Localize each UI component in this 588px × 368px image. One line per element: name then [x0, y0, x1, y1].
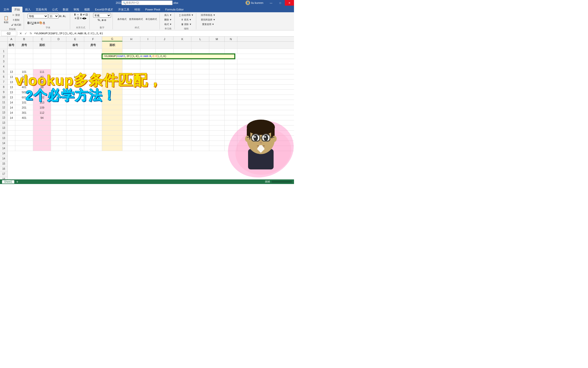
cell-14c-H[interactable] — [122, 110, 140, 115]
font-shrink-button[interactable]: A↓ — [63, 15, 66, 18]
cell-3-F[interactable] — [84, 59, 102, 64]
cell-13b-C[interactable]: 82 — [33, 74, 51, 79]
cell-13f-J[interactable] — [156, 95, 174, 100]
cell-1-D[interactable] — [51, 49, 66, 54]
col-header-J[interactable]: J — [156, 37, 174, 41]
cell-3-A[interactable] — [8, 59, 15, 64]
cell-13c-A[interactable]: 13 — [8, 79, 15, 84]
cell-2-D[interactable] — [51, 54, 66, 59]
cell-header-C[interactable]: 面积 — [33, 42, 51, 49]
cell-14c-J[interactable] — [156, 110, 174, 115]
cell-14c-A[interactable]: 14 — [8, 110, 15, 115]
col-header-L[interactable]: L — [191, 37, 209, 41]
cell-14c-M[interactable] — [209, 110, 225, 115]
cut-button[interactable]: ✂ 剪切 — [10, 13, 22, 17]
cell-14b-M[interactable] — [209, 105, 225, 110]
increase-decimal-button[interactable]: ⊕ — [102, 19, 104, 21]
cell-2-G[interactable]: =VLOOKUP(E2&F2,IF({1,0},A:A&B:B,C:C),2,0… — [102, 54, 235, 59]
cell-14b-K[interactable] — [174, 105, 191, 110]
tab-power-pivot[interactable]: Power Pivot — [143, 7, 163, 12]
close-button[interactable]: ✕ — [285, 0, 294, 6]
cell-3-G[interactable] — [102, 59, 122, 64]
cell-13e-E[interactable] — [66, 90, 84, 95]
cell-14d-I[interactable] — [140, 115, 156, 120]
cell-header-M[interactable] — [209, 42, 225, 49]
cell-14c-E[interactable] — [66, 110, 84, 115]
cell-13b-A[interactable]: 13 — [8, 74, 15, 79]
cell-13e-A[interactable]: 13 — [8, 90, 15, 95]
cell-4-L[interactable] — [191, 64, 209, 69]
align-bottom-button[interactable]: ⬇ — [80, 13, 82, 16]
cell-13f-K[interactable] — [174, 95, 191, 100]
find-button[interactable]: 查找和选择 ▼ — [200, 18, 216, 22]
cell-1-A[interactable] — [8, 49, 15, 54]
cell-13a-G[interactable] — [102, 69, 122, 74]
cell-14b-D[interactable] — [51, 105, 66, 110]
cell-1-N[interactable] — [225, 49, 237, 54]
cell-4-J[interactable] — [156, 64, 174, 69]
tab-home[interactable]: 开始 — [12, 7, 22, 12]
cell-13e-I[interactable] — [140, 90, 156, 95]
col-header-E[interactable]: E — [66, 37, 84, 41]
cancel-formula-icon[interactable]: ✕ — [19, 32, 23, 35]
cell-13b-D[interactable] — [51, 74, 66, 79]
confirm-formula-icon[interactable]: ✓ — [24, 32, 28, 35]
cell-14a-D[interactable] — [51, 100, 66, 105]
cell-14c-F[interactable] — [84, 110, 102, 115]
number-format-select[interactable]: 常规 — [93, 13, 111, 18]
cell-13a-I[interactable] — [140, 69, 156, 74]
cell-1-J[interactable] — [156, 49, 174, 54]
cell-13f-I[interactable] — [140, 95, 156, 100]
cell-4-M[interactable] — [209, 64, 225, 69]
cell-13e-N[interactable] — [225, 90, 237, 95]
font-color-button[interactable]: A — [43, 21, 45, 25]
cell-13f-A[interactable]: 13 — [8, 95, 15, 100]
cell-13b-M[interactable] — [209, 74, 225, 79]
cell-13f-C[interactable]: 102 — [33, 95, 51, 100]
align-left-button[interactable]: ≡ — [75, 17, 76, 20]
tab-page-layout[interactable]: 页面布局 — [33, 7, 50, 12]
border-button[interactable]: ⊞ — [34, 21, 36, 25]
sort-filter-button[interactable]: 排序和筛选 ▼ — [200, 13, 216, 17]
cell-13e-K[interactable] — [174, 90, 191, 95]
fill-button[interactable]: ⬇ 填充 ▼ — [180, 18, 192, 22]
cell-13f-M[interactable] — [209, 95, 225, 100]
cell-13c-N[interactable] — [225, 79, 237, 84]
cell-13d-H[interactable] — [122, 85, 140, 89]
cell-14b-I[interactable] — [140, 105, 156, 110]
cell-13c-L[interactable] — [191, 79, 209, 84]
cell-4-E[interactable] — [66, 64, 84, 69]
cell-13d-N[interactable] — [225, 85, 237, 89]
align-top-button[interactable]: ⬆ — [74, 13, 76, 16]
cell-4-I[interactable] — [140, 64, 156, 69]
maximize-button[interactable]: □ — [276, 0, 285, 6]
cell-14b-L[interactable] — [191, 105, 209, 110]
cell-13d-E[interactable] — [66, 85, 84, 89]
cell-4-D[interactable] — [51, 64, 66, 69]
cell-13b-E[interactable]: 14 — [66, 74, 84, 79]
tab-data[interactable]: 数据 — [60, 7, 71, 12]
cell-header-K[interactable] — [174, 42, 191, 49]
copy-button[interactable]: ⎘ 复制 — [10, 18, 22, 22]
cell-1-C[interactable] — [33, 49, 51, 54]
cell-14c-K[interactable] — [174, 110, 191, 115]
cell-4-K[interactable] — [174, 64, 191, 69]
align-right-button[interactable]: ≡ — [80, 17, 81, 20]
cell-13f-E[interactable] — [66, 95, 84, 100]
cell-14d-K[interactable] — [174, 115, 191, 120]
font-size-select[interactable]: 11 — [48, 14, 59, 18]
tab-excel-learn[interactable]: Excel自学成才 — [92, 7, 116, 12]
cell-13a-B[interactable]: 101 — [15, 69, 33, 74]
search-bar[interactable]: 🔍 搜索(Alt+Q) — [121, 1, 173, 5]
cell-13d-D[interactable] — [51, 85, 66, 89]
tab-file[interactable]: 文件 — [1, 7, 12, 12]
cell-1-M[interactable] — [209, 49, 225, 54]
col-header-G[interactable]: G — [102, 37, 122, 41]
cell-header-J[interactable] — [156, 42, 174, 49]
cell-13c-F[interactable] — [84, 79, 102, 84]
cell-14d-C[interactable]: 94 — [33, 115, 51, 120]
cell-13a-M[interactable] — [209, 69, 225, 74]
cell-13b-J[interactable] — [156, 74, 174, 79]
bold-button[interactable]: B — [28, 21, 30, 25]
tab-special[interactable]: 特别 — [132, 7, 143, 12]
